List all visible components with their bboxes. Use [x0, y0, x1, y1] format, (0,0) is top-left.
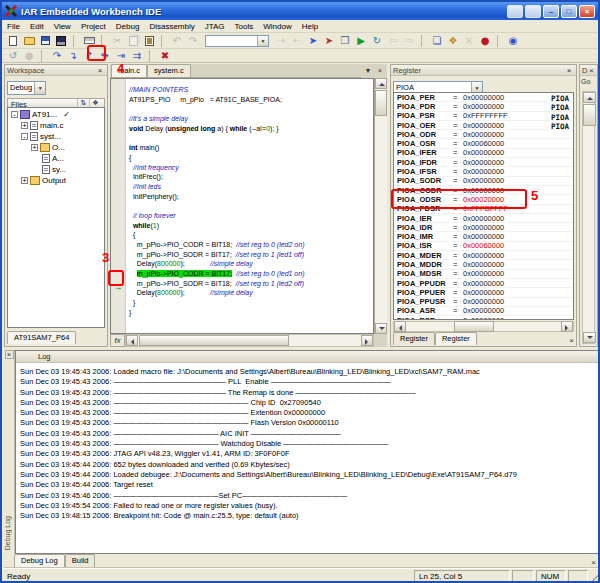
editor-tab-close-icon[interactable]: ×	[374, 65, 386, 76]
register-row-pioa_pdsr[interactable]: PIOA_PDSR=0xFFFBFFFF	[394, 205, 573, 214]
workspace-config-dropdown-icon[interactable]: ▼	[34, 82, 45, 94]
save-icon[interactable]	[37, 34, 53, 48]
register-row-pioa_ifdr[interactable]: PIOA_IFDR=0x00000000	[394, 158, 573, 167]
register-row-pioa_per[interactable]: PIOA_PER=0x00000000	[394, 93, 573, 102]
menu-project[interactable]: Project	[76, 22, 111, 31]
toggle-breakpoint-icon[interactable]: ●	[477, 34, 493, 48]
register-row-pioa_bsr[interactable]: PIOA_BSR=0x00000000	[394, 316, 573, 320]
editor-hscroll-thumb[interactable]	[139, 335, 289, 346]
register-row-pioa_psr[interactable]: PIOA_PSR=0xFFFFFFFF	[394, 112, 573, 121]
tree-item-at91-[interactable]: -AT91...✓	[8, 109, 104, 120]
find-combobox-dropdown-icon[interactable]: ▼	[257, 36, 268, 46]
break-icon[interactable]: ●	[21, 49, 37, 63]
tree-item-syst-[interactable]: -syst...	[8, 131, 104, 142]
menu-window[interactable]: Window	[258, 22, 296, 31]
editor-vscroll-thumb[interactable]	[375, 90, 387, 116]
workspace-close-icon[interactable]: ×	[95, 66, 105, 75]
editor-vertical-scrollbar[interactable]	[374, 78, 387, 334]
go-icon[interactable]: ⇉	[129, 49, 145, 63]
tree-expander-icon[interactable]: +	[31, 144, 38, 151]
scroll-up-icon[interactable]	[375, 78, 387, 89]
disassembly-vertical-scrollbar[interactable]	[582, 91, 595, 344]
scroll-down-icon[interactable]	[583, 332, 596, 343]
title-bar[interactable]: IAR Embedded Workbench IDE – □ ×	[2, 2, 598, 20]
register-row-pioa_osr[interactable]: PIOA_OSR=0x00060000	[394, 139, 573, 148]
register-row-pioa_ppudr[interactable]: PIOA_PPUDR=0x00000000	[394, 279, 573, 288]
tree-item-o-[interactable]: +O...	[8, 142, 104, 153]
register-horizontal-scrollbar[interactable]	[393, 321, 574, 332]
new-file-icon[interactable]	[5, 34, 21, 48]
redo-icon[interactable]: ↷	[185, 34, 201, 48]
editor-tab-list-icon[interactable]: ▼	[362, 65, 374, 76]
find-combobox[interactable]: ▼	[205, 35, 269, 47]
scroll-left-icon[interactable]	[394, 321, 406, 332]
register-row-pioa_imr[interactable]: PIOA_IMR=0x00000000	[394, 232, 573, 241]
stop-build-icon[interactable]: ×	[461, 34, 477, 48]
register-row-pioa_ifsr[interactable]: PIOA_IFSR=0x00000000	[394, 167, 573, 176]
register-row-pioa_asr[interactable]: PIOA_ASR=0x00000000	[394, 307, 573, 316]
inactive-window-button-2[interactable]	[525, 5, 541, 18]
scroll-right-icon[interactable]	[561, 321, 573, 332]
download-and-debug-icon[interactable]: ◉	[505, 34, 521, 48]
inactive-window-button-1[interactable]	[507, 5, 523, 18]
menu-view[interactable]: View	[49, 22, 76, 31]
workspace-config-select[interactable]: Debug ▼	[7, 81, 46, 95]
register-row-pioa_odsr[interactable]: PIOA_ODSR=0x00020000	[394, 195, 573, 204]
scroll-left-icon[interactable]	[126, 335, 138, 346]
scroll-down-icon[interactable]	[375, 323, 387, 334]
editor-tab-system-c[interactable]: system.c	[147, 64, 191, 77]
editor-gutter[interactable]	[111, 79, 126, 333]
menu-disassembly[interactable]: Disassembly	[144, 22, 199, 31]
register-row-pioa_mddr[interactable]: PIOA_MDDR=0x00000000	[394, 260, 573, 269]
register-row-pioa_mder[interactable]: PIOA_MDER=0x00000000	[394, 251, 573, 260]
register-row-pioa_pdr[interactable]: PIOA_PDR=0x00000000	[394, 102, 573, 111]
log-tabbar-close-icon[interactable]: ×	[591, 558, 596, 567]
register-row-pioa_isr[interactable]: PIOA_ISR=0x00060000	[394, 242, 573, 251]
paste-icon[interactable]	[141, 34, 157, 48]
tree-item-main-c[interactable]: +main.c	[8, 120, 104, 131]
register-hscroll-thumb[interactable]	[454, 321, 494, 332]
step-into-icon[interactable]: ↴	[65, 49, 81, 63]
batch-build-icon[interactable]: ❖	[445, 34, 461, 48]
tree-item-sy-[interactable]: sy...	[8, 164, 104, 175]
stop-debugging-icon[interactable]: ✖	[157, 49, 173, 63]
step-out-icon[interactable]: ↱	[81, 49, 97, 63]
editor-tab-main-c[interactable]: main.c	[111, 64, 147, 77]
bottom-tab-debug-log[interactable]: Debug Log	[14, 554, 65, 567]
next-statement-icon[interactable]: ↬	[97, 49, 113, 63]
register-row-pioa_odr[interactable]: PIOA_ODR=0x00000000	[394, 130, 573, 139]
open-header-icon[interactable]: ❏	[429, 34, 445, 48]
register-row-pioa_ier[interactable]: PIOA_IER=0x00000000	[394, 214, 573, 223]
close-button[interactable]: ×	[579, 5, 595, 18]
scroll-right-icon[interactable]	[361, 335, 373, 346]
find-previous-icon[interactable]: ⇠	[289, 34, 305, 48]
function-list-button[interactable]: fx	[110, 334, 125, 347]
save-all-icon[interactable]	[53, 34, 69, 48]
run-to-cursor-icon[interactable]: ⇥	[113, 49, 129, 63]
scroll-up-icon[interactable]	[583, 92, 596, 103]
register-row-pioa_oer[interactable]: PIOA_OER=0x00000000	[394, 121, 573, 130]
minimize-button[interactable]: –	[543, 5, 559, 18]
menu-tools[interactable]: Tools	[230, 22, 259, 31]
tree-item-output[interactable]: +Output	[8, 175, 104, 186]
menu-edit[interactable]: Edit	[25, 22, 49, 31]
cut-icon[interactable]: ✂	[109, 34, 125, 48]
tree-expander-icon[interactable]: +	[21, 122, 28, 129]
tree-expander-icon[interactable]: +	[21, 177, 28, 184]
workspace-tab-at91sam7-p64[interactable]: AT91SAM7_P64	[7, 331, 76, 344]
code-editor[interactable]: → //MAIN POINTERSAT91PS_PIO m_pPio = AT9…	[110, 78, 374, 334]
tree-item-a-[interactable]: A...	[8, 153, 104, 164]
open-file-icon[interactable]	[21, 34, 37, 48]
tree-expander-icon[interactable]: -	[21, 133, 28, 140]
menu-file[interactable]: File	[2, 22, 25, 31]
bottom-tab-build[interactable]: Build	[65, 554, 96, 567]
register-close-icon[interactable]: ×	[564, 66, 574, 75]
tree-expander-icon[interactable]: -	[11, 111, 18, 118]
goto-bookmark-icon[interactable]: ➤	[321, 34, 337, 48]
undo-icon[interactable]: ↶	[169, 34, 185, 48]
editor-horizontal-scrollbar[interactable]	[125, 334, 374, 347]
register-row-pioa_ppusr[interactable]: PIOA_PPUSR=0x00000000	[394, 298, 573, 307]
resize-grip-icon[interactable]	[590, 570, 600, 582]
log-panel-grip[interactable]: × Debug Log	[4, 349, 15, 554]
menu-jtag[interactable]: JTAG	[200, 22, 230, 31]
